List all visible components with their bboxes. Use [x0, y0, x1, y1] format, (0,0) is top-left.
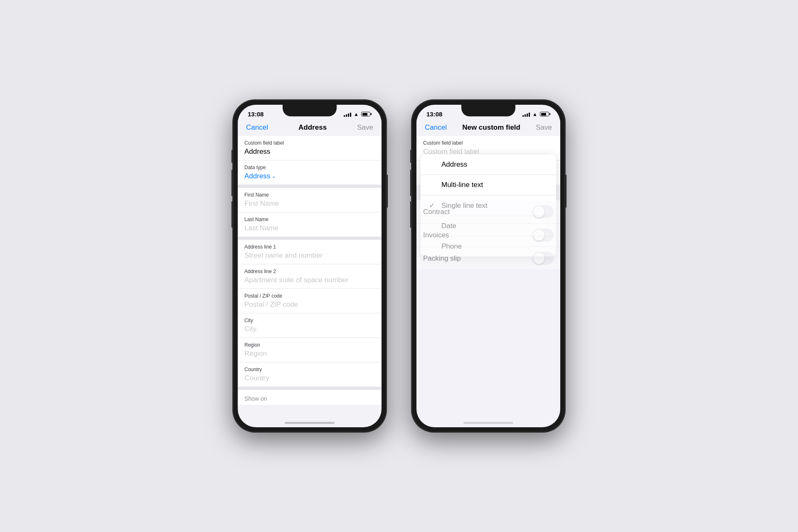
region-item[interactable]: Region Region [238, 338, 382, 362]
chevron-down-icon: ⌄ [272, 173, 276, 179]
dropdown-item-address[interactable]: Address [421, 155, 556, 175]
scroll-content-2: Custom field label Custom field label Da… [416, 136, 560, 421]
country-label: Country [244, 367, 375, 372]
toggle-invoices-label: Invoices [423, 231, 449, 239]
toggle-contract-switch[interactable] [532, 205, 554, 218]
show-on-label: Show on [244, 395, 267, 402]
city-item[interactable]: City City [238, 313, 382, 338]
phone-screen-2: 13:08 ▲ [416, 105, 560, 427]
nav-bar-1: Cancel Address Save [238, 120, 382, 136]
address-line2-label: Address line 2 [244, 268, 375, 274]
first-name-label: First Name [244, 192, 375, 198]
address-line2-item[interactable]: Address line 2 Apartment suite of space … [238, 264, 382, 289]
power-button [387, 175, 388, 208]
scroll-content-1: Custom field label Address Data type Add… [238, 136, 382, 421]
last-name-placeholder: Last Name [244, 224, 375, 232]
home-indicator-1 [285, 422, 335, 424]
backdrop-blur: Contract Invoices Packing slip [416, 200, 560, 421]
checkmark-multiline [429, 181, 437, 189]
section-divider-2 [238, 236, 382, 240]
phone-2: 13:08 ▲ [411, 100, 565, 432]
status-icons-1: ▲ [344, 111, 372, 117]
last-name-item[interactable]: Last Name Last Name [238, 212, 382, 236]
field-info-section: Custom field label Address Data type Add… [238, 136, 382, 185]
data-type-label: Data type [244, 165, 375, 170]
custom-field-label-item[interactable]: Custom field label Address [238, 136, 382, 160]
first-name-item[interactable]: First Name First Name [238, 188, 382, 212]
postal-item[interactable]: Postal / ZIP code Postal / ZIP code [238, 289, 382, 313]
country-item[interactable]: Country Country [238, 362, 382, 387]
notch-1 [283, 105, 337, 116]
power-button-2 [565, 175, 566, 208]
address-line2-placeholder: Apartment suite of space number [244, 276, 375, 284]
signal-icon-1 [344, 112, 351, 117]
toggle-invoices[interactable]: Invoices [416, 224, 560, 247]
country-placeholder: Country [244, 374, 375, 382]
name-section: First Name First Name Last Name Last Nam… [238, 188, 382, 236]
checkmark-address [429, 160, 437, 169]
data-type-item[interactable]: Data type Address ⌄ [238, 160, 382, 185]
address-line1-item[interactable]: Address line 1 Street name and number [238, 240, 382, 264]
phone-frame-1: 13:08 ▲ [233, 100, 387, 432]
city-label: City [244, 318, 375, 323]
section-divider-3 [238, 387, 382, 390]
city-placeholder: City [244, 325, 375, 333]
data-type-value[interactable]: Address ⌄ [244, 172, 375, 180]
postal-label: Postal / ZIP code [244, 293, 375, 299]
address-section: Address line 1 Street name and number Ad… [238, 240, 382, 387]
dropdown-label-address: Address [441, 160, 467, 169]
first-name-placeholder: First Name [244, 200, 375, 208]
toggle-contract-label: Contract [423, 208, 450, 216]
toggle-packing-slip-label: Packing slip [423, 254, 461, 263]
battery-icon-1 [361, 112, 372, 116]
custom-field-value: Address [244, 148, 375, 156]
cancel-button-1[interactable]: Cancel [246, 123, 268, 132]
address-line1-placeholder: Street name and number [244, 251, 375, 260]
time-1: 13:08 [248, 111, 264, 118]
dropdown-overlay: Address Multi-line text ✓ Single line te… [416, 136, 560, 421]
toggle-contract[interactable]: Contract [416, 200, 560, 224]
dropdown-item-multiline[interactable]: Multi-line text [421, 175, 556, 195]
address-line1-label: Address line 1 [244, 244, 375, 250]
save-button-1[interactable]: Save [357, 123, 373, 132]
postal-placeholder: Postal / ZIP code [244, 300, 375, 309]
phone-frame-2: 13:08 ▲ [411, 100, 565, 432]
dropdown-label-multiline: Multi-line text [441, 181, 483, 189]
custom-field-label-text: Custom field label [244, 140, 375, 146]
region-placeholder: Region [244, 350, 375, 358]
toggle-invoices-switch[interactable] [532, 229, 554, 241]
phone-screen-1: 13:08 ▲ [238, 105, 382, 427]
show-on-section: Show on [238, 390, 382, 405]
phone-1: 13:08 ▲ [233, 100, 387, 432]
wifi-icon-1: ▲ [354, 111, 359, 117]
region-label: Region [244, 342, 375, 348]
last-name-label: Last Name [244, 217, 375, 222]
page-title-1: Address [298, 123, 327, 132]
toggle-packing-slip[interactable]: Packing slip [416, 247, 560, 270]
section-divider-1 [238, 185, 382, 188]
toggle-packing-slip-switch[interactable] [532, 252, 554, 265]
